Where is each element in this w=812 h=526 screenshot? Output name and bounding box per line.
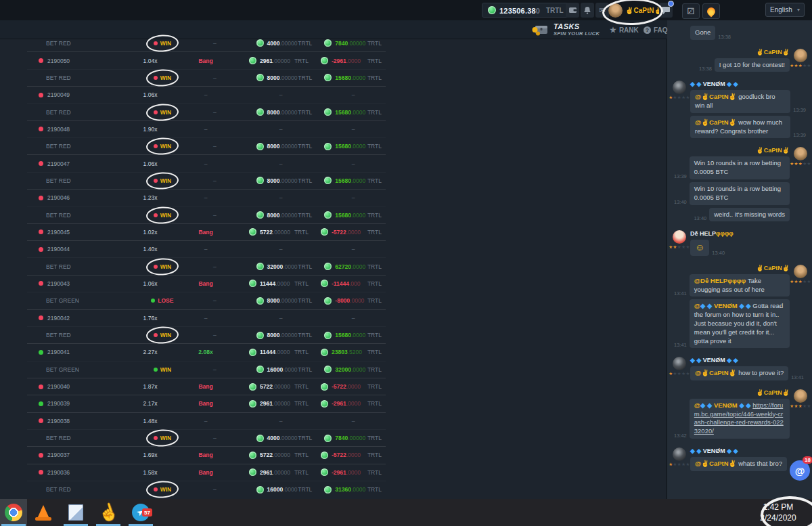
avatar[interactable] <box>673 357 686 370</box>
chat-username[interactable]: ◆ ◆ VENØM ◆ ◆ <box>690 357 809 364</box>
table-row-round[interactable]: 21900371.69xBang5722.00000TRTL-5722.0000… <box>27 446 386 463</box>
table-row-round[interactable]: 21900491.06x––– <box>27 86 386 103</box>
table-row-round[interactable]: 21900361.58xBang2961.00000TRTL-2961.0000… <box>27 464 386 481</box>
avatar[interactable] <box>794 49 807 62</box>
result-cell: WIN <box>142 143 183 150</box>
chat-group-body: ✌CaPtN✌13:39Win 10 rounds in a row betti… <box>671 147 790 224</box>
message-text: ◆ ◆ <box>725 447 738 454</box>
table-row-bet[interactable]: BET REDWIN–8000.00000TRTL15680.0000TRTL <box>27 172 386 189</box>
avatar[interactable] <box>673 230 686 244</box>
taskbar-notepad[interactable] <box>62 499 89 526</box>
avatar[interactable] <box>794 389 807 403</box>
message-row: 13:40Win 10 rounds in a row betting 0.00… <box>671 182 790 205</box>
table-row-bet[interactable]: BET REDWIN–8000.00000TRTL15680.0000TRTL <box>27 137 386 154</box>
empty-value: – <box>321 315 386 322</box>
result-text: 1.40x <box>143 246 158 253</box>
round-id-text: 2190043 <box>47 280 70 287</box>
table-row-bet[interactable]: BET REDWIN–4000.00000TRTL7840.00000TRTL <box>27 35 386 51</box>
faq-button[interactable]: ? FAQ <box>644 26 668 34</box>
cashout-cell: – <box>183 109 246 116</box>
chat-username[interactable]: ✌CaPtN✌ <box>671 147 790 154</box>
round-id: 2190044 <box>27 246 129 253</box>
chat-username[interactable]: ✌CaPtN✌ <box>671 265 790 272</box>
value-int: 11444 <box>260 349 275 355</box>
round-id-text: 2190047 <box>47 160 70 167</box>
profit-cell: -2961.0000TRTL <box>313 400 386 408</box>
table-row-round[interactable]: 21900421.76x––– <box>27 309 386 326</box>
table-row-round[interactable]: 21900381.48x––– <box>27 412 386 429</box>
green-dot-icon <box>154 368 158 372</box>
table-row-round[interactable]: 21900501.04xBang2961.00000TRTL-2961.0000… <box>27 51 386 68</box>
taskbar-vlc[interactable] <box>30 499 57 526</box>
table-row-bet[interactable]: BET GREENLOSE–8000.00000TRTL-8000.0000TR… <box>27 292 386 309</box>
taskbar-chrome[interactable] <box>0 499 27 526</box>
round-id-text: 2190038 <box>47 418 70 424</box>
red-dot-icon <box>39 58 43 63</box>
table-row-bet[interactable]: BET REDWIN–8000.00000TRTL15680.0000TRTL <box>27 206 386 223</box>
language-select[interactable]: English ▾ <box>765 3 805 17</box>
table-row-bet[interactable]: BET REDWIN–8000.00000TRTL15680.0000TRTL <box>27 103 386 120</box>
table-row-bet[interactable]: BET GREENWIN–16000.0000TRTL32000.0000TRT… <box>27 361 386 378</box>
value-dec: .00000 <box>279 212 297 219</box>
result-cell: WIN <box>142 74 183 81</box>
result-cell: 1.48x <box>129 418 172 424</box>
message-text: VENØM <box>714 401 738 409</box>
message-text: @✌CaPtN✌ <box>695 118 738 126</box>
chat-panel: Gone13:38✌CaPtN✌13:38I got 10 for the co… <box>667 0 812 526</box>
avatar[interactable] <box>794 265 807 278</box>
table-row-round[interactable]: 21900392.17xBang2961.00000TRTL-2961.0000… <box>27 395 386 412</box>
table-row-round[interactable]: 21900461.23x––– <box>27 189 386 206</box>
hot-topics-button[interactable] <box>702 3 720 19</box>
annotation-circle-win <box>145 429 179 447</box>
chat-rules-button[interactable]: ⚂ <box>682 3 700 19</box>
value-int: -11444 <box>332 280 349 287</box>
table-row-bet[interactable]: BET REDWIN–8000.00000TRTL15680.0000TRTL <box>27 69 386 86</box>
chat-username[interactable]: ◆ ◆ VENØM ◆ ◆ <box>690 81 809 88</box>
message-text: ◆ ◆ <box>700 401 714 409</box>
message-text: VENØM <box>703 447 725 454</box>
result-text: 1.87x <box>143 383 158 390</box>
chat-username[interactable]: ✌CaPtN✌ <box>671 49 790 56</box>
table-row-round[interactable]: 21900441.40x––– <box>27 240 386 257</box>
table-row-round[interactable]: 21900471.06x––– <box>27 154 386 171</box>
cashout-cell: Bang <box>172 469 240 476</box>
chat-username[interactable]: ✌CaPtN✌ <box>671 389 790 397</box>
table-row-round[interactable]: 21900431.06xBang11444.0000TRTL-11444.000… <box>27 275 386 292</box>
table-row-bet[interactable]: BET REDWIN–32000.0000TRTL62720.0000TRTL <box>27 257 386 274</box>
balance-selector[interactable]: 123506.380 TRTL ▾ <box>482 3 576 18</box>
table-row-round[interactable]: 21900481.90x––– <box>27 120 386 137</box>
table-row-bet[interactable]: BET REDWIN–4000.00000TRTL7840.00000TRTL <box>27 429 386 446</box>
dice-icon: ⚂ <box>687 7 694 16</box>
avatar[interactable] <box>794 147 807 160</box>
table-row-round[interactable]: 21900451.02xBang5722.00000TRTL-5722.0000… <box>27 223 386 240</box>
avatar[interactable] <box>673 81 686 94</box>
chat-username[interactable]: ◆ ◆ VENØM ◆ ◆ <box>690 447 809 455</box>
table-row-round[interactable]: 21900401.87xBang5722.00000TRTL-5722.0000… <box>27 378 386 395</box>
avatar[interactable] <box>673 447 686 461</box>
value-dec: .0000 <box>351 177 365 184</box>
round-id: 2190038 <box>27 418 129 424</box>
table-row-bet[interactable]: BET REDWIN–16000.0000TRTL31360.0000TRTL <box>27 481 386 498</box>
messages-button[interactable]: ✉ <box>595 3 609 18</box>
table-row-bet[interactable]: BET REDWIN–8000.00000TRTL15680.0000TRTL <box>27 326 386 343</box>
cashout-cell: – <box>183 143 246 150</box>
tasks-button[interactable]: TASKS SPIN YOUR LUCK <box>532 22 600 37</box>
chat-message-list[interactable]: Gone13:38✌CaPtN✌13:38I got 10 for the co… <box>667 20 812 482</box>
message-timestamp: 13:41 <box>674 342 687 348</box>
chat-username[interactable]: Dê HELPφφφφ <box>690 230 809 238</box>
cashout-cell: Bang <box>172 280 240 287</box>
taskbar-clock[interactable]: 1:42 PM 2/24/2020 <box>751 502 805 523</box>
table-row-round[interactable]: 21900412.27x2.08x11444.0000TRTL23803.520… <box>27 343 386 360</box>
trtl-coin-icon <box>324 108 332 116</box>
taskbar-hand-app[interactable]: ☝ <box>95 499 122 526</box>
rank-button[interactable]: ★ RANK <box>610 26 639 34</box>
currency-unit: TRTL <box>367 349 386 355</box>
notifications-button[interactable] <box>581 3 594 18</box>
wallet-button[interactable] <box>566 3 579 18</box>
currency-unit: TRTL <box>367 109 386 116</box>
bet-type-label: BET RED <box>27 486 142 493</box>
empty-value: – <box>249 91 313 98</box>
result-cell: 1.02x <box>129 229 172 236</box>
result-cell: WIN <box>142 435 183 441</box>
red-dot-icon <box>39 247 43 252</box>
